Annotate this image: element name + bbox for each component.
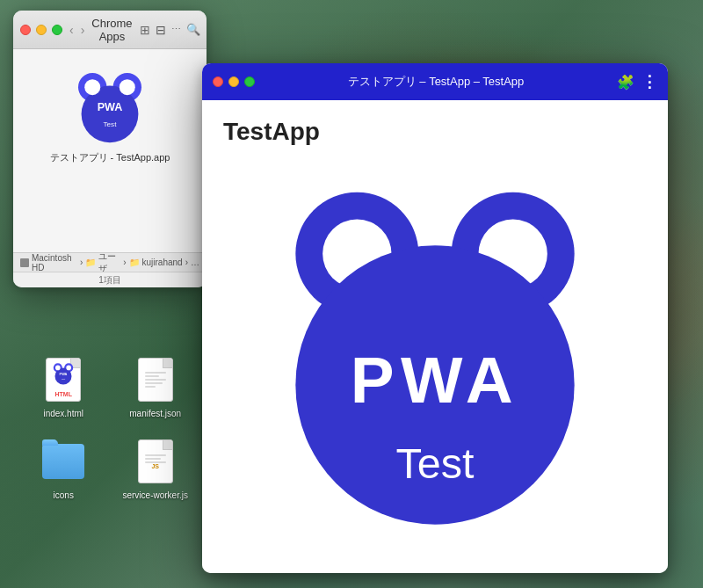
finder-toolbar: ⊞ ⊟ ⋯ 🔍 bbox=[140, 23, 200, 37]
file-item-manifest[interactable]: manifest.json bbox=[122, 354, 187, 418]
finder-more-icon[interactable]: ⋯ bbox=[171, 24, 181, 35]
svg-text:Test: Test bbox=[62, 378, 66, 381]
finder-count-bar: 1項目 bbox=[13, 272, 207, 287]
finder-traffic-lights bbox=[20, 25, 62, 35]
finder-search-icon[interactable]: 🔍 bbox=[186, 23, 200, 36]
file-icon-js: JS bbox=[134, 436, 177, 487]
chrome-menu-icon[interactable]: ⋮ bbox=[641, 72, 657, 91]
app-icon-finder: PWA Test bbox=[70, 65, 149, 144]
svg-point-3 bbox=[84, 79, 100, 95]
file-name-js: service-worker.js bbox=[122, 490, 187, 500]
chrome-content: TestApp PWA Test bbox=[202, 100, 668, 573]
file-name-folder: icons bbox=[54, 490, 74, 500]
bc-folder2-icon: 📁 bbox=[129, 258, 140, 267]
finder-list-icon[interactable]: ⊟ bbox=[156, 23, 166, 37]
breadcrumb-disk: Macintosh HD bbox=[32, 253, 77, 272]
finder-minimize-button[interactable] bbox=[36, 25, 47, 35]
folder-shape bbox=[42, 444, 84, 479]
desktop-files: PWA Test HTML index.html manifest bbox=[31, 354, 188, 500]
file-name-json: manifest.json bbox=[129, 409, 181, 418]
bc-folder-icon: 📁 bbox=[85, 258, 96, 267]
finder-app-name: テストアプリ - TestApp.app bbox=[50, 151, 170, 164]
finder-window: ‹ › Chrome Apps ⊞ ⊟ ⋯ 🔍 PW bbox=[13, 11, 207, 287]
file-icon-html: PWA Test HTML bbox=[42, 354, 84, 405]
chrome-maximize-button[interactable] bbox=[244, 76, 255, 87]
chrome-extensions-icon[interactable]: 🧩 bbox=[617, 74, 634, 91]
svg-point-10 bbox=[55, 366, 61, 371]
finder-titlebar: ‹ › Chrome Apps ⊞ ⊟ ⋯ 🔍 bbox=[13, 11, 207, 49]
chrome-pwa-window: テストアプリ – TestApp – TestApp 🧩 ⋮ TestApp P… bbox=[202, 63, 668, 573]
breadcrumb-path2: kujirahand bbox=[142, 258, 183, 267]
app-heading: TestApp bbox=[223, 118, 320, 146]
bc-sep3: › bbox=[185, 258, 188, 267]
bc-more: … bbox=[191, 258, 199, 267]
finder-window-title: Chrome Apps bbox=[91, 17, 132, 43]
svg-text:PWA: PWA bbox=[98, 101, 123, 113]
finder-close-button[interactable] bbox=[20, 25, 31, 35]
file-item-icons[interactable]: icons bbox=[31, 436, 96, 500]
file-icon-folder bbox=[42, 436, 84, 487]
svg-text:Test: Test bbox=[396, 439, 475, 487]
pwa-small-icon: PWA Test bbox=[51, 360, 76, 385]
svg-point-11 bbox=[67, 366, 72, 371]
file-item-sw[interactable]: JS service-worker.js bbox=[122, 436, 187, 500]
file-icon-json bbox=[134, 354, 177, 405]
chrome-titlebar: テストアプリ – TestApp – TestApp 🧩 ⋮ bbox=[202, 63, 668, 100]
svg-text:PWA: PWA bbox=[351, 343, 519, 417]
chrome-traffic-lights bbox=[213, 76, 255, 87]
svg-point-9 bbox=[55, 367, 72, 384]
file-item-index-html[interactable]: PWA Test HTML index.html bbox=[31, 354, 96, 418]
file-lines-js bbox=[145, 454, 166, 463]
pwa-icon-large: PWA Test bbox=[268, 163, 602, 533]
chrome-minimize-button[interactable] bbox=[228, 76, 239, 87]
chrome-window-title: テストアプリ – TestApp – TestApp bbox=[262, 74, 610, 90]
finder-content: PWA Test テストアプリ - TestApp.app bbox=[13, 49, 207, 252]
finder-back-button[interactable]: ‹ bbox=[69, 23, 74, 37]
finder-maximize-button[interactable] bbox=[52, 25, 62, 35]
svg-text:Test: Test bbox=[104, 120, 118, 128]
svg-point-4 bbox=[120, 79, 135, 95]
svg-text:PWA: PWA bbox=[60, 372, 68, 376]
js-type-label: JS bbox=[151, 463, 159, 469]
bc-sep2: › bbox=[123, 258, 126, 267]
chrome-toolbar-icons: 🧩 ⋮ bbox=[617, 72, 657, 91]
chrome-close-button[interactable] bbox=[213, 76, 223, 87]
bc-sep1: › bbox=[80, 258, 83, 267]
finder-forward-button[interactable]: › bbox=[81, 23, 85, 37]
file-lines bbox=[145, 372, 166, 388]
finder-item-count: 1項目 bbox=[98, 274, 121, 287]
html-type-label: HTML bbox=[55, 391, 72, 397]
finder-breadcrumb: Macintosh HD › 📁 ユーザ › 📁 kujirahand › … bbox=[13, 252, 207, 272]
finder-grid-icon[interactable]: ⊞ bbox=[140, 23, 150, 37]
bc-disk-icon bbox=[20, 258, 29, 267]
file-name-html: index.html bbox=[43, 409, 83, 418]
